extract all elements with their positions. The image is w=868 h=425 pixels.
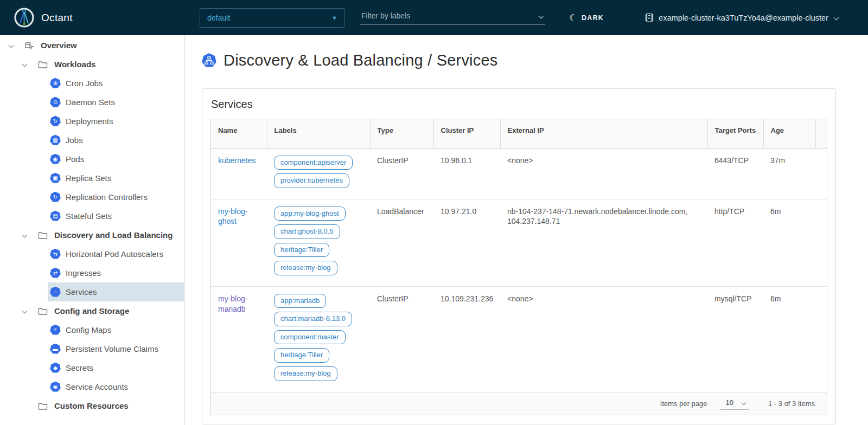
chevron-down-icon[interactable] (8, 43, 14, 48)
items-per-page-label: Items per page (660, 400, 707, 408)
label-tag[interactable]: app:my-blog-ghost (274, 207, 346, 221)
page-header: Discovery & Load Balancing / Services (202, 51, 836, 69)
label-tag[interactable]: chart:mariadb-6.13.0 (274, 312, 352, 326)
pagination-footer: Items per page 10 1 - 3 of 3 items (211, 392, 827, 415)
chevron-down-icon (834, 15, 839, 21)
replication-controllers-icon: ↻ (50, 192, 61, 203)
label-tag[interactable]: chart:ghost-8.0.5 (274, 224, 340, 239)
cluster-ip-cell: 10.109.231.236 (433, 286, 500, 391)
page-title: Discovery & Load Balancing / Services (224, 51, 497, 69)
sidebar-nav: Overview Workloads ⊕ Cron Jobs ⊙ Daemon … (0, 35, 184, 425)
cluster-context-label: example-cluster-ka3TuTzYo4a@example-clus… (659, 14, 828, 22)
cluster-ip-cell: 10.96.0.1 (433, 148, 500, 199)
target-ports-cell: http/TCP (707, 199, 763, 286)
sidebar-item-horizontal-pod-autoscalers[interactable]: ⇆ Horizontal Pod Autoscalers (48, 244, 184, 263)
moon-icon: ☾ (568, 12, 578, 23)
horizontal-pod-autoscalers-icon: ⇆ (50, 249, 61, 260)
label-tag[interactable]: component:master (274, 330, 346, 345)
services-icon: ∴ (50, 287, 61, 298)
chevron-down-icon[interactable] (22, 308, 27, 314)
chevron-down-icon[interactable] (22, 233, 27, 238)
name-cell: my-blog-mariadb (211, 286, 267, 391)
folder-icon (38, 60, 48, 69)
sidebar-item-ingresses[interactable]: ⇄ Ingresses (48, 263, 184, 282)
dark-theme-toggle[interactable]: ☾ DARK (569, 0, 604, 35)
table-header-row: Name Labels Type Cluster IP External IP … (211, 119, 827, 148)
type-cell: ClusterIP (370, 148, 433, 199)
column-header-age: Age (763, 119, 815, 148)
sidebar-item-services[interactable]: ∴ Services (48, 282, 184, 301)
items-per-page-value: 10 (726, 398, 733, 407)
column-header-name: Name (211, 119, 267, 148)
label-tag[interactable]: release:my-blog (274, 261, 337, 275)
persistent-volume-claims-icon: ▬ (50, 344, 61, 355)
external-ip-cell: nb-104-237-148-71.newark.nodebalancer.li… (500, 199, 707, 286)
cluster-context-selector[interactable]: example-cluster-ka3TuTzYo4a@example-clus… (645, 0, 838, 35)
pagination-range: 1 - 3 of 3 items (768, 400, 815, 408)
octant-logo-icon (14, 8, 34, 28)
main-content: Discovery & Load Balancing / Services Se… (185, 35, 868, 425)
octant-app: Octant default ▼ ☾ DARK example-cluster-… (0, 0, 868, 425)
external-ip-cell: <none> (500, 148, 707, 199)
sidebar-item-daemon-sets[interactable]: ⊙ Daemon Sets (48, 93, 184, 112)
type-cell: ClusterIP (370, 286, 433, 391)
sidebar-item-secrets[interactable]: ◆ Secrets (48, 358, 184, 377)
labels-cell: app:mariadb chart:mariadb-6.13.0 compone… (267, 286, 370, 391)
service-link[interactable]: my-blog-ghost (218, 207, 247, 226)
applications-icon (24, 41, 34, 50)
label-tag[interactable]: app:mariadb (274, 294, 326, 308)
services-card: Services Name Labels Type Cluster IP Ext… (202, 88, 836, 424)
services-datagrid: Name Labels Type Cluster IP External IP … (210, 119, 827, 415)
app-title: Octant (41, 0, 73, 35)
cron-jobs-icon: ⊕ (50, 78, 61, 89)
table-row: kubernetes component:apiserver provider:… (211, 148, 827, 199)
pods-icon: ◉ (50, 154, 61, 165)
config-maps-icon: ≡ (50, 325, 61, 336)
sidebar-group-discovery-load-balancing[interactable]: Discovery and Load Balancing (0, 226, 184, 244)
items-per-page-select[interactable]: 10 (720, 397, 749, 410)
label-tag[interactable]: component:apiserver (274, 156, 353, 170)
label-filter-input[interactable] (360, 10, 545, 25)
sidebar-item-pods[interactable]: ◉ Pods (48, 150, 184, 169)
service-link[interactable]: kubernetes (218, 156, 256, 165)
external-ip-cell: <none> (500, 286, 707, 391)
sidebar-item-overview[interactable]: Overview (0, 36, 184, 55)
namespace-select[interactable]: default ▼ (200, 8, 345, 28)
dark-label: DARK (582, 14, 604, 22)
target-ports-cell: mysql/TCP (707, 286, 763, 391)
sidebar-item-replica-sets[interactable]: ▣ Replica Sets (48, 169, 184, 188)
sidebar-group-workloads[interactable]: Workloads (0, 55, 184, 74)
sidebar-item-service-accounts[interactable]: ◉ Service Accounts (48, 377, 184, 396)
label-tag[interactable]: provider:kubernetes (274, 173, 349, 188)
ingresses-icon: ⇄ (50, 268, 61, 279)
sidebar-item-persistent-volume-claims[interactable]: ▬ Persistent Volume Claims (48, 339, 184, 358)
sidebar-item-stateful-sets[interactable]: ▤ Stateful Sets (48, 207, 184, 226)
sidebar-group-config-and-storage[interactable]: Config and Storage (0, 301, 184, 320)
folder-icon (38, 401, 48, 411)
services-icon (202, 53, 216, 68)
label-tag[interactable]: release:my-blog (274, 366, 337, 381)
caret-down-icon: ▼ (331, 15, 337, 21)
sidebar-item-jobs[interactable]: ▦ Jobs (48, 131, 184, 150)
namespace-value: default (207, 14, 230, 22)
service-link[interactable]: my-blog-mariadb (218, 294, 247, 313)
label-tag[interactable]: heritage:Tiller (274, 348, 329, 363)
secrets-icon: ◆ (50, 363, 61, 374)
column-header-target-ports: Target Ports (707, 119, 763, 148)
stateful-sets-icon: ▤ (50, 211, 61, 222)
chevron-down-icon (742, 400, 746, 404)
label-tag[interactable]: heritage:Tiller (274, 243, 329, 257)
cluster-ip-cell: 10.97.21.0 (433, 199, 500, 286)
sidebar-item-config-maps[interactable]: ≡ Config Maps (48, 320, 184, 339)
sidebar-group-custom-resources[interactable]: Custom Resources (0, 396, 184, 415)
chevron-down-icon[interactable] (22, 62, 27, 67)
sidebar-item-deployments[interactable]: ↻ Deployments (48, 112, 184, 131)
sidebar-item-replication-controllers[interactable]: ↻ Replication Controllers (48, 188, 184, 207)
name-cell: my-blog-ghost (211, 199, 267, 286)
sidebar-item-cron-jobs[interactable]: ⊕ Cron Jobs (48, 74, 184, 93)
table-row: my-blog-ghost app:my-blog-ghost chart:gh… (211, 199, 827, 286)
column-header-cluster-ip: Cluster IP (433, 119, 500, 148)
table-row: my-blog-mariadb app:mariadb chart:mariad… (211, 286, 827, 391)
service-accounts-icon: ◉ (50, 382, 61, 392)
age-cell: 6m (763, 286, 815, 391)
